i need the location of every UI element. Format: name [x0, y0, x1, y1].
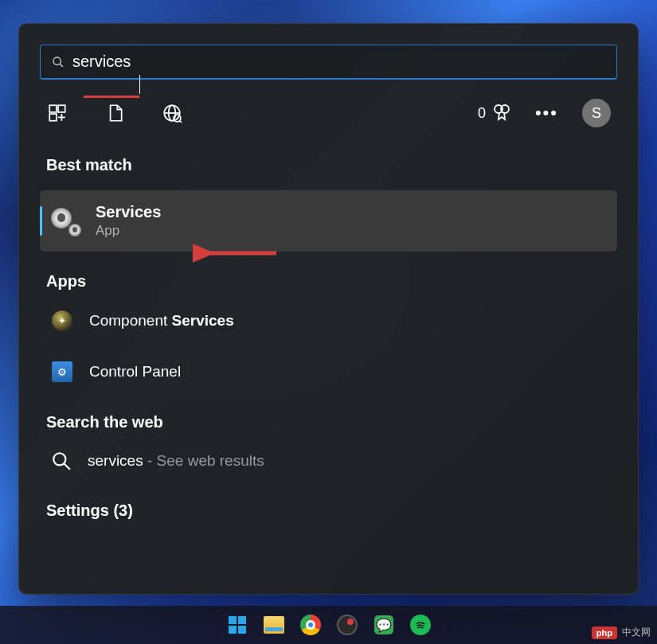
web-filter-icon[interactable]: [161, 102, 183, 124]
avatar[interactable]: S: [582, 99, 611, 127]
svg-point-16: [53, 453, 65, 465]
app-result-label: Component Services: [89, 312, 234, 330]
search-box[interactable]: [40, 45, 617, 80]
result-title: Services: [96, 203, 161, 221]
svg-line-11: [180, 121, 182, 123]
section-apps: Apps: [46, 272, 617, 291]
taskbar-file-explorer[interactable]: [262, 613, 286, 637]
svg-rect-2: [49, 105, 57, 112]
filter-row: 0 ••• S: [40, 99, 617, 127]
watermark-text: 中文网: [622, 626, 651, 639]
taskbar-chat[interactable]: 💬: [372, 613, 396, 637]
taskbar-spotify[interactable]: [409, 613, 432, 637]
search-icon: [52, 56, 65, 68]
rewards-count: 0: [478, 105, 486, 122]
control-panel-icon: ⚙: [51, 361, 73, 383]
best-match-result[interactable]: Services App: [40, 190, 617, 252]
search-icon: [51, 451, 72, 471]
annotation-underline: [84, 96, 139, 98]
chrome-icon: [300, 615, 321, 635]
chat-icon: 💬: [374, 615, 393, 634]
start-menu: 0 ••• S Best match Services App Apps ✦: [18, 23, 639, 595]
result-subtitle: App: [96, 223, 161, 239]
avatar-initial: S: [592, 105, 601, 122]
rewards-indicator[interactable]: 0: [478, 103, 511, 123]
watermark: php 中文网: [592, 626, 651, 639]
app-result-component-services[interactable]: ✦ Component Services: [40, 300, 617, 342]
medal-icon: [492, 103, 511, 123]
section-settings: Settings (3): [46, 502, 617, 520]
start-button[interactable]: [225, 613, 249, 637]
documents-filter-icon[interactable]: [104, 102, 126, 124]
taskbar: 💬: [0, 606, 657, 644]
more-options-icon[interactable]: •••: [535, 103, 558, 123]
svg-point-0: [53, 57, 61, 64]
spotify-icon: [410, 615, 431, 635]
section-best-match: Best match: [46, 156, 617, 174]
app-result-control-panel[interactable]: ⚙ Control Panel: [40, 351, 617, 392]
watermark-badge: php: [592, 626, 617, 639]
web-result[interactable]: services - See web results: [40, 441, 617, 481]
taskbar-app-4[interactable]: [335, 613, 359, 637]
taskbar-chrome[interactable]: [299, 613, 323, 637]
app-result-label: Control Panel: [89, 363, 181, 381]
svg-rect-3: [58, 105, 65, 112]
section-web: Search the web: [46, 413, 617, 431]
text-cursor: [139, 75, 140, 94]
circle-app-icon: [337, 615, 358, 635]
windows-logo-icon: [229, 616, 246, 634]
services-app-icon: [51, 206, 81, 236]
svg-line-1: [60, 64, 63, 67]
component-services-icon: ✦: [51, 310, 73, 332]
search-input[interactable]: [72, 53, 605, 71]
svg-line-17: [64, 463, 70, 470]
apps-filter-icon[interactable]: [46, 102, 68, 124]
web-result-label: services - See web results: [88, 452, 264, 470]
svg-rect-4: [49, 114, 57, 121]
file-explorer-icon: [264, 616, 284, 634]
